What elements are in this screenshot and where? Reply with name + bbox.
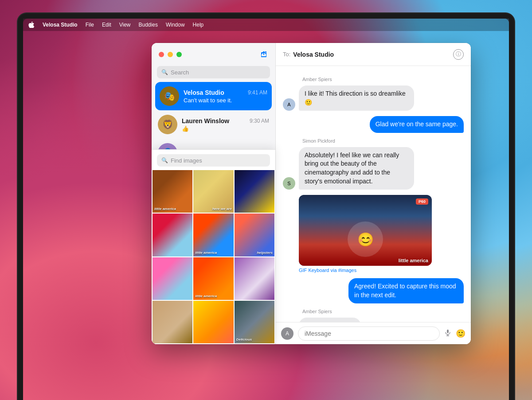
chat-panel: To: Velosa Studio ⓘ Amber Spiers A I lik…: [276, 43, 471, 344]
imessage-input[interactable]: [298, 326, 440, 341]
apple-icon[interactable]: [28, 22, 35, 28]
traffic-lights: [159, 52, 182, 57]
chat-input-bar: A 🙂: [276, 322, 471, 344]
menubar-file[interactable]: File: [86, 22, 94, 28]
conv-time-lauren: 9:30 AM: [250, 118, 269, 124]
compose-button[interactable]: [259, 50, 268, 59]
gif-search-placeholder: Find images: [171, 157, 202, 164]
avatar-lauren: 🦁: [158, 115, 177, 134]
gif-cell-3[interactable]: [235, 170, 274, 213]
conv-preview-lauren: 👍: [182, 125, 269, 132]
sidebar-header: [152, 43, 275, 66]
sender-label-amber: Amber Spiers: [283, 77, 332, 82]
gif-cell-6[interactable]: helpsters: [235, 214, 274, 256]
gif-cell-8[interactable]: little america: [193, 257, 233, 300]
avatar-velosa: 🎭: [160, 86, 179, 106]
gif-keyboard-label: GIF Keyboard via #images: [299, 268, 464, 273]
message-row-2: Glad we're on the same page.: [283, 116, 464, 133]
chat-info-button[interactable]: ⓘ: [453, 49, 464, 60]
gif-grid: little america here we are little americ…: [152, 170, 275, 344]
chat-title: To: Velosa Studio: [283, 51, 334, 58]
gif-label-8: little america: [195, 294, 217, 298]
bubble-3: Absolutely! I feel like we can really br…: [299, 147, 414, 190]
chat-to-label: To:: [283, 51, 290, 58]
traffic-light-red[interactable]: [159, 52, 164, 57]
menubar-window[interactable]: Window: [166, 22, 185, 28]
laptop-bezel: Velosa Studio File Edit View Buddies Win…: [18, 13, 514, 400]
search-placeholder: Search: [171, 69, 189, 76]
svg-rect-0: [447, 330, 449, 333]
menubar-view[interactable]: View: [119, 22, 131, 28]
gif-cell-9[interactable]: [235, 257, 274, 300]
menubar-messages[interactable]: Velosa Studio: [43, 22, 78, 28]
bubble-2: Glad we're on the same page.: [370, 116, 464, 133]
screen-menubar: Velosa Studio File Edit View Buddies Win…: [23, 19, 509, 31]
search-icon: 🔍: [161, 69, 168, 75]
gif-label-5: little america: [195, 251, 217, 255]
gif-message-label: little america: [399, 258, 428, 263]
gif-score: P60: [416, 198, 428, 205]
chat-messages: Amber Spiers A I like it! This direction…: [276, 66, 471, 322]
traffic-light-green[interactable]: [176, 52, 182, 57]
gif-cell-2[interactable]: here we are: [193, 170, 233, 213]
conv-time-velosa: 9:41 AM: [248, 89, 267, 96]
chat-recipient: Velosa Studio: [293, 51, 334, 58]
conv-name-lauren: Lauren Winslow: [182, 117, 229, 124]
sender-label-amber-2: Amber Spiers: [283, 309, 332, 314]
gif-search-bar[interactable]: 🔍 Find images: [157, 154, 270, 167]
bubble-5: Agreed! Excited to capture this mood in …: [348, 278, 464, 303]
message-row-1: A I like it! This direction is so dreaml…: [283, 85, 464, 111]
gif-cell-7[interactable]: [153, 257, 192, 300]
input-avatar: A: [281, 327, 293, 340]
chat-header: To: Velosa Studio ⓘ: [276, 43, 471, 66]
gif-label-1: little america: [154, 207, 176, 211]
message-row-5: Agreed! Excited to capture this mood in …: [283, 278, 464, 303]
gif-picker: 🔍 Find images little america here we are: [152, 149, 275, 344]
gif-label-12: Delicious: [236, 338, 252, 342]
menubar-edit[interactable]: Edit: [102, 22, 111, 28]
sidebar: 🔍 Search 🎭 Velosa Studio 9:41 AM Can': [152, 43, 276, 344]
conv-preview-velosa: Can't wait to see it.: [184, 97, 267, 104]
gif-search-icon: 🔍: [161, 157, 168, 163]
gif-cell-1[interactable]: little america: [153, 170, 192, 213]
gif-message: 😊 P60 little america: [299, 195, 432, 266]
gif-cell-10[interactable]: [153, 301, 192, 343]
gif-label-6: helpsters: [257, 251, 273, 255]
search-bar[interactable]: 🔍 Search: [157, 66, 270, 78]
laptop-screen: Velosa Studio File Edit View Buddies Win…: [23, 19, 509, 400]
conv-info-velosa: Velosa Studio 9:41 AM Can't wait to see …: [184, 89, 267, 104]
conv-info-lauren: Lauren Winslow 9:30 AM 👍: [182, 117, 269, 132]
sender-label-simon: Simon Pickford: [283, 138, 335, 144]
gif-cell-11[interactable]: [193, 301, 233, 343]
gif-label-2: here we are: [212, 207, 232, 211]
conversation-item-lauren[interactable]: 🦁 Lauren Winslow 9:30 AM 👍: [152, 110, 275, 139]
conv-name-velosa: Velosa Studio: [184, 89, 224, 96]
conversation-item-velosa[interactable]: 🎭 Velosa Studio 9:41 AM Can't wait to se…: [155, 82, 272, 110]
menubar-buddies[interactable]: Buddies: [139, 22, 158, 28]
gif-message-container: 😊 P60 little america GIF Keyboard via #i…: [283, 195, 464, 273]
menubar-help[interactable]: Help: [193, 22, 204, 28]
gif-cell-12[interactable]: Delicious: [235, 301, 274, 343]
message-row-3: S Absolutely! I feel like we can really …: [283, 147, 464, 190]
bubble-1: I like it! This direction is so dreamlik…: [299, 85, 414, 111]
message-avatar-amber: A: [283, 98, 295, 111]
audio-icon[interactable]: [444, 329, 451, 338]
gif-cell-5[interactable]: little america: [193, 214, 233, 256]
message-row-6: A Haha, keep going!: [283, 318, 464, 322]
bubble-6: Haha, keep going!: [299, 318, 361, 322]
emoji-icon[interactable]: 🙂: [456, 329, 466, 338]
gif-cell-4[interactable]: [153, 214, 192, 256]
messages-window: 🔍 Search 🎭 Velosa Studio 9:41 AM Can': [152, 43, 471, 344]
traffic-light-yellow[interactable]: [168, 52, 173, 57]
message-avatar-simon: S: [283, 177, 295, 190]
